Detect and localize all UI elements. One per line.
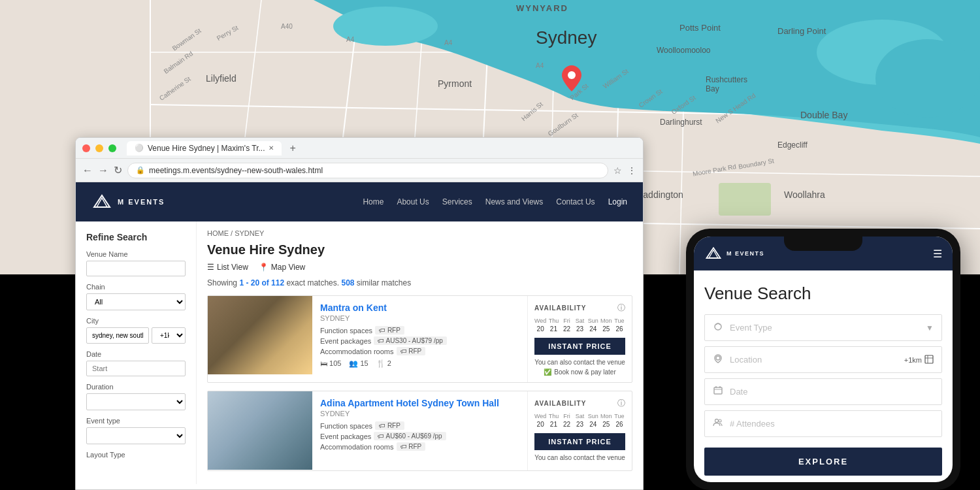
availability-grid: Wed Thu Fri Sat Sun Mon Tue 20 21 22 23 …: [534, 318, 625, 333]
event-type-placeholder: Event Type: [730, 323, 919, 333]
checkmark-icon: ✅: [544, 368, 551, 376]
list-icon: ☰: [207, 263, 214, 272]
more-btn[interactable]: ⋮: [627, 165, 636, 176]
page-title: Venue Hire Sydney: [207, 242, 632, 257]
floors-icon: 🍴 2: [376, 359, 391, 368]
bookmark-btn[interactable]: ☆: [613, 165, 622, 176]
window-minimize[interactable]: [95, 144, 103, 152]
phone-notch: [784, 237, 862, 251]
sidebar-title: Refine Search: [86, 232, 186, 242]
phone-search-title: Venue Search: [704, 284, 942, 304]
phone-frame: M EVENTS ☰ Venue Search Event T: [686, 229, 960, 490]
city-radius[interactable]: +1km: [152, 327, 186, 344]
tab-favicon: ⚪: [135, 144, 144, 152]
venue-details: Function spaces 🏷 RFP Event packages 🏷 A…: [320, 326, 519, 355]
map-label-darlinghurst: Darlinghurst: [660, 118, 702, 127]
phone-body: Venue Search Event Type ▼: [694, 270, 953, 482]
instant-price-btn[interactable]: INSTANT PRICE: [534, 338, 625, 355]
forward-btn[interactable]: →: [98, 165, 108, 176]
calendar-icon: [713, 385, 723, 398]
venue-city: SYDNEY: [320, 410, 519, 417]
venue-name[interactable]: Adina Apartment Hotel Sydney Town Hall: [320, 398, 519, 408]
map-label-rushcutters: RushcuttersBay: [706, 75, 747, 93]
map-label-sydney: Sydney: [536, 27, 596, 48]
nav-contact[interactable]: Contact Us: [556, 197, 595, 206]
location-placeholder: Location: [730, 355, 898, 365]
venue-card: Adina Apartment Hotel Sydney Town Hall S…: [207, 391, 632, 471]
chain-select[interactable]: All: [86, 293, 186, 310]
map-label-edgecliff: Edgecliff: [777, 140, 808, 150]
instant-price-btn[interactable]: INSTANT PRICE: [534, 433, 625, 450]
function-spaces-label: Function spaces: [320, 422, 372, 430]
venue-card: Mantra on Kent SYDNEY Function spaces 🏷 …: [207, 295, 632, 383]
availability-label: AVAILABILITY: [534, 400, 586, 407]
duration-label: Duration: [86, 383, 186, 391]
browser-tab[interactable]: ⚪ Venue Hire Sydney | Maxim's Tr... ✕: [127, 141, 282, 155]
map-label-wynyard: WYNYARD: [516, 3, 568, 13]
breadcrumb: HOME / SYDNEY: [207, 229, 632, 237]
list-view-toggle[interactable]: ☰ List View: [207, 263, 248, 272]
reload-btn[interactable]: ↻: [114, 164, 122, 176]
location-suffix: +1km: [904, 355, 934, 365]
packages-tag: 🏷 AUS30 - AU$79 /pp: [374, 336, 447, 345]
availability-grid: Wed Thu Fri Sat Sun Mon Tue 20 21 22 23 …: [534, 413, 625, 428]
road-label-a4b: A4: [444, 39, 452, 46]
svg-rect-26: [925, 355, 933, 363]
date-field[interactable]: Date: [704, 378, 942, 405]
address-bar[interactable]: 🔒 meetings.m.events/sydney--new-south-wa…: [127, 163, 608, 178]
nav-services[interactable]: Services: [442, 197, 472, 206]
nav-home[interactable]: Home: [363, 197, 384, 206]
sidebar: Refine Search Venue Name Chain All City …: [76, 221, 197, 484]
svg-marker-22: [709, 250, 718, 258]
contact-text: You can also contact the venue: [534, 454, 625, 461]
hamburger-icon[interactable]: ☰: [933, 248, 942, 260]
venue-city: SYDNEY: [320, 314, 519, 322]
availability-info-icon[interactable]: ⓘ: [617, 398, 625, 409]
phone-screen: M EVENTS ☰ Venue Search Event T: [694, 237, 953, 482]
site-logo-text: M EVENTS: [118, 198, 165, 206]
svg-point-25: [716, 356, 720, 360]
map-label-potts: Potts Point: [679, 23, 721, 33]
location-field[interactable]: Location +1km: [704, 346, 942, 373]
road-label-a40: A40: [281, 23, 293, 30]
results-count: Showing 1 - 20 of 112 exact matches. 508…: [207, 278, 632, 287]
event-packages-label: Event packages: [320, 337, 371, 345]
browser-chrome: ⚪ Venue Hire Sydney | Maxim's Tr... ✕ +: [76, 138, 643, 159]
tab-close-btn[interactable]: ✕: [269, 144, 274, 152]
venue-name[interactable]: Mantra on Kent: [320, 302, 519, 313]
attendees-field[interactable]: # Attendees: [704, 410, 942, 437]
duration-select[interactable]: [86, 393, 186, 410]
window-close[interactable]: [82, 144, 90, 152]
nav-about[interactable]: About Us: [397, 197, 429, 206]
availability-info-icon[interactable]: ⓘ: [617, 302, 625, 314]
event-type-select[interactable]: [86, 427, 186, 444]
city-input[interactable]: [86, 327, 149, 344]
back-btn[interactable]: ←: [82, 165, 93, 176]
map-view-toggle[interactable]: 📍 Map View: [259, 263, 305, 272]
map-label-woollahra: Woollahra: [784, 189, 825, 200]
view-toggles: ☰ List View 📍 Map View: [207, 263, 632, 272]
venue-name-input[interactable]: [86, 261, 186, 276]
venue-icons: 🛏 105 👥 15 🍴 2: [320, 359, 519, 368]
event-type-field[interactable]: Event Type ▼: [704, 314, 942, 341]
event-type-label: Event type: [86, 417, 186, 425]
date-input[interactable]: [86, 361, 186, 376]
function-tag: 🏷 RFP: [375, 326, 404, 335]
svg-point-33: [715, 419, 719, 423]
browser-window: ⚪ Venue Hire Sydney | Maxim's Tr... ✕ + …: [75, 137, 644, 490]
nav-login[interactable]: Login: [608, 197, 627, 206]
date-label: Date: [86, 350, 186, 358]
map-view-label: Map View: [271, 263, 305, 272]
book-pay[interactable]: ✅ Book now & pay later: [534, 368, 625, 376]
new-tab-btn[interactable]: +: [289, 142, 295, 154]
window-maximize[interactable]: [108, 144, 116, 152]
beds-icon: 🛏 105: [320, 359, 341, 368]
city-label: City: [86, 317, 186, 325]
location-map-icon: [924, 355, 934, 365]
nav-news[interactable]: News and Views: [485, 197, 544, 206]
function-spaces-label: Function spaces: [320, 327, 372, 335]
attendees-placeholder: # Attendees: [730, 419, 934, 429]
svg-point-34: [719, 419, 721, 422]
explore-btn[interactable]: EXPLORE: [704, 448, 942, 476]
dropdown-arrow-icon: ▼: [926, 323, 934, 333]
